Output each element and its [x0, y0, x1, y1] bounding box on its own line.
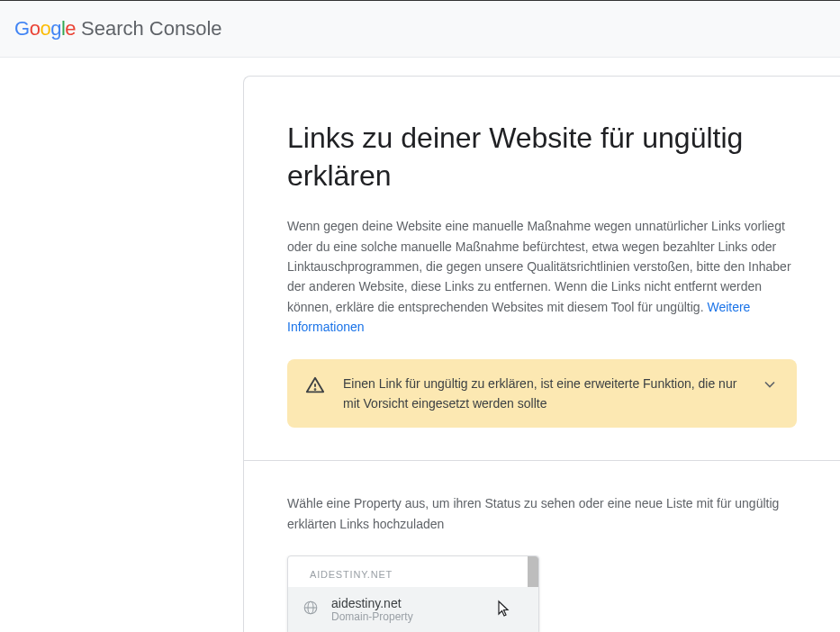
- product-name: Search Console: [81, 17, 222, 41]
- warning-icon: [305, 375, 325, 399]
- warning-text: Einen Link für ungültig zu erklären, ist…: [343, 374, 743, 414]
- content-card: Links zu deiner Website für ungültig erk…: [243, 76, 840, 632]
- globe-icon: [303, 600, 319, 619]
- page-title: Links zu deiner Website für ungültig erk…: [287, 120, 797, 194]
- warning-banner[interactable]: Einen Link für ungültig zu erklären, ist…: [287, 359, 797, 429]
- dropdown-item-text: aidestiny.net Domain-Property: [331, 596, 413, 623]
- google-logo: Google: [14, 17, 76, 41]
- cursor-icon: [497, 600, 511, 621]
- section-divider: [244, 460, 840, 461]
- description-text: Wenn gegen deine Website eine manuelle M…: [287, 216, 797, 337]
- property-selector-dropdown[interactable]: AIDESTINY.NET aidestiny.net Domain-Prope…: [287, 555, 539, 632]
- dropdown-item-aidestiny[interactable]: aidestiny.net Domain-Property: [288, 587, 538, 632]
- svg-point-1: [315, 389, 316, 390]
- property-prompt: Wähle eine Property aus, um ihren Status…: [287, 493, 797, 534]
- dropdown-item-title: aidestiny.net: [331, 596, 413, 610]
- logo-container: Google Search Console: [14, 17, 222, 41]
- main-container: Links zu deiner Website für ungültig erk…: [0, 58, 840, 632]
- dropdown-group-header: AIDESTINY.NET: [288, 556, 538, 587]
- app-header: Google Search Console: [0, 0, 840, 58]
- chevron-down-icon[interactable]: [761, 375, 779, 397]
- dropdown-item-subtitle: Domain-Property: [331, 610, 413, 623]
